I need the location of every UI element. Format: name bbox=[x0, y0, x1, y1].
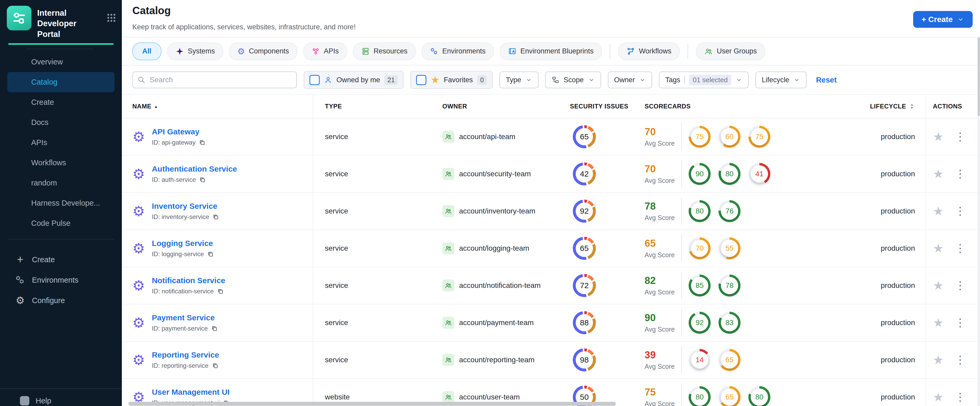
scorecard-ring[interactable]: 14 bbox=[689, 349, 711, 371]
column-header-type[interactable]: TYPE bbox=[313, 95, 430, 118]
tab-all[interactable]: All bbox=[132, 43, 161, 60]
kebab-menu-button[interactable]: ⋮ bbox=[955, 168, 966, 179]
scorecard-ring[interactable]: 78 bbox=[719, 274, 740, 297]
entity-name-link[interactable]: API Gateway bbox=[152, 127, 199, 136]
tab-environments[interactable]: Environments bbox=[422, 43, 494, 60]
security-issues-donut[interactable]: 42 bbox=[573, 162, 596, 186]
lifecycle-filter-dropdown[interactable]: Lifecycle bbox=[756, 71, 807, 88]
column-header-name[interactable]: NAME ▲ bbox=[122, 95, 313, 118]
reset-filters-button[interactable]: Reset bbox=[816, 76, 837, 84]
favorite-star-button[interactable]: ★ bbox=[933, 168, 943, 180]
sidebar-item-docs[interactable]: Docs bbox=[0, 113, 122, 133]
type-filter-dropdown[interactable]: Type bbox=[500, 71, 538, 88]
copy-icon[interactable] bbox=[217, 288, 224, 295]
sidebar-item-code-pulse[interactable]: Code Pulse bbox=[0, 213, 122, 233]
copy-icon[interactable] bbox=[199, 176, 206, 183]
owner-filter-dropdown[interactable]: Owner bbox=[608, 71, 652, 88]
scorecard-ring[interactable]: 70 bbox=[689, 237, 711, 259]
tags-filter-dropdown[interactable]: Tags 01 selected bbox=[659, 71, 749, 88]
entity-name-link[interactable]: Payment Service bbox=[152, 313, 215, 322]
sidebar-item-create[interactable]: Create bbox=[0, 92, 122, 113]
entity-name-link[interactable]: Notification Service bbox=[152, 276, 225, 285]
copy-icon[interactable] bbox=[211, 325, 218, 332]
kebab-menu-button[interactable]: ⋮ bbox=[955, 392, 966, 403]
tab-workflows[interactable]: Workflows bbox=[618, 43, 680, 60]
security-issues-donut[interactable]: 72 bbox=[573, 274, 596, 297]
scorecard-ring[interactable]: 80 bbox=[689, 386, 711, 406]
owned-by-me-filter[interactable]: Owned by me 21 bbox=[304, 71, 404, 89]
entity-name-link[interactable]: Inventory Service bbox=[152, 202, 217, 210]
owned-by-me-checkbox[interactable] bbox=[309, 75, 320, 85]
sidebar-item-help[interactable]: Help bbox=[0, 396, 51, 406]
kebab-menu-button[interactable]: ⋮ bbox=[955, 354, 966, 365]
sidebar-item-apis[interactable]: APIs bbox=[0, 133, 122, 153]
scorecard-ring[interactable]: 65 bbox=[719, 349, 740, 371]
search-input[interactable] bbox=[149, 75, 292, 84]
column-header-owner[interactable]: OWNER bbox=[430, 95, 561, 118]
kebab-menu-button[interactable]: ⋮ bbox=[955, 317, 966, 328]
scorecard-ring[interactable]: 75 bbox=[748, 126, 770, 148]
sidebar-item-overview[interactable]: Overview bbox=[0, 52, 122, 72]
copy-icon[interactable] bbox=[212, 362, 218, 369]
vertical-scrollbar-thumb[interactable] bbox=[978, 38, 980, 116]
horizontal-scrollbar-thumb[interactable] bbox=[128, 402, 616, 406]
create-button[interactable]: + Create bbox=[913, 11, 973, 28]
sidebar-item-create[interactable]: +Create bbox=[0, 249, 122, 270]
kebab-menu-button[interactable]: ⋮ bbox=[955, 243, 966, 254]
favorite-star-button[interactable]: ★ bbox=[933, 131, 943, 143]
kebab-menu-button[interactable]: ⋮ bbox=[955, 280, 966, 291]
sidebar-item-environments[interactable]: Environments bbox=[0, 270, 122, 290]
security-issues-donut[interactable]: 65 bbox=[573, 237, 596, 260]
entity-name-link[interactable]: User Management UI bbox=[152, 388, 229, 396]
search-box[interactable] bbox=[132, 71, 297, 88]
column-header-security-issues[interactable]: SECURITY ISSUES bbox=[561, 95, 637, 118]
scorecard-ring[interactable]: 92 bbox=[689, 312, 711, 334]
scorecard-ring[interactable]: 55 bbox=[719, 237, 740, 259]
favorite-star-button[interactable]: ★ bbox=[933, 279, 943, 292]
favorite-star-button[interactable]: ★ bbox=[933, 242, 943, 254]
kebab-menu-button[interactable]: ⋮ bbox=[955, 131, 966, 142]
favorites-checkbox[interactable] bbox=[416, 75, 426, 85]
scorecard-ring[interactable]: 60 bbox=[719, 126, 740, 148]
sidebar-item-catalog[interactable]: Catalog bbox=[7, 72, 115, 92]
copy-icon[interactable] bbox=[207, 251, 214, 257]
copy-icon[interactable] bbox=[212, 214, 219, 220]
sidebar-item-configure[interactable]: ⚙Configure bbox=[0, 290, 122, 311]
scorecard-ring[interactable]: 80 bbox=[689, 200, 711, 222]
tab-resources[interactable]: Resources bbox=[353, 43, 416, 60]
security-issues-donut[interactable]: 98 bbox=[573, 348, 596, 371]
tab-apis[interactable]: APIs bbox=[303, 43, 347, 60]
entity-name-link[interactable]: Authentication Service bbox=[152, 165, 237, 173]
scorecard-ring[interactable]: 90 bbox=[689, 163, 711, 185]
tab-environment-blueprints[interactable]: Environment Blueprints bbox=[500, 43, 602, 60]
security-issues-donut[interactable]: 92 bbox=[573, 200, 596, 223]
sidebar-item-harness-develope-[interactable]: Harness Develope... bbox=[0, 193, 122, 213]
sidebar-item-random[interactable]: random bbox=[0, 173, 122, 193]
security-issues-donut[interactable]: 88 bbox=[573, 311, 596, 334]
favorite-star-button[interactable]: ★ bbox=[933, 391, 943, 403]
tab-components[interactable]: ⚙Components bbox=[229, 43, 298, 60]
scorecard-ring[interactable]: 76 bbox=[719, 200, 740, 222]
scope-filter-dropdown[interactable]: Scope bbox=[545, 71, 601, 88]
entity-name-link[interactable]: Logging Service bbox=[152, 239, 213, 247]
column-header-lifecycle[interactable]: LIFECYCLE bbox=[873, 95, 926, 118]
scorecard-ring[interactable]: 80 bbox=[719, 163, 740, 185]
security-issues-donut[interactable]: 50 bbox=[573, 385, 596, 406]
security-issues-donut[interactable]: 65 bbox=[573, 125, 596, 148]
favorites-filter[interactable]: ★ Favorites 0 bbox=[410, 71, 493, 89]
kebab-menu-button[interactable]: ⋮ bbox=[955, 206, 966, 217]
scorecard-ring[interactable]: 85 bbox=[689, 274, 711, 297]
scorecard-ring[interactable]: 80 bbox=[748, 386, 770, 406]
favorite-star-button[interactable]: ★ bbox=[933, 317, 943, 329]
entity-name-link[interactable]: Reporting Service bbox=[152, 350, 219, 359]
scorecard-ring[interactable]: 41 bbox=[748, 163, 770, 185]
favorite-star-button[interactable]: ★ bbox=[933, 205, 943, 217]
sidebar-item-workflows[interactable]: Workflows bbox=[0, 153, 122, 173]
scorecard-ring[interactable]: 83 bbox=[719, 312, 740, 334]
scorecard-ring[interactable]: 75 bbox=[689, 126, 711, 148]
copy-icon[interactable] bbox=[199, 139, 205, 146]
column-header-scorecards[interactable]: SCORECARDS bbox=[637, 95, 873, 118]
tab-user-groups[interactable]: User Groups bbox=[696, 43, 765, 60]
favorite-star-button[interactable]: ★ bbox=[933, 354, 943, 366]
scorecard-ring[interactable]: 65 bbox=[719, 386, 740, 406]
